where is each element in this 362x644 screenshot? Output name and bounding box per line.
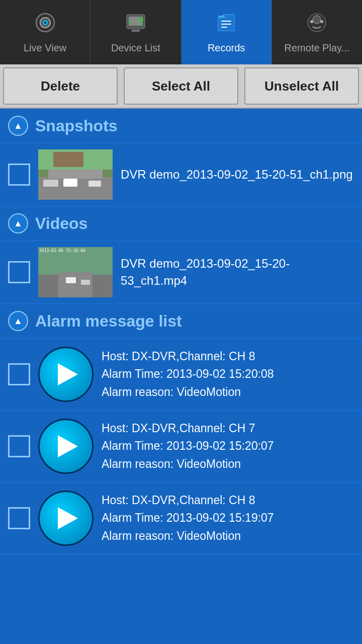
svg-point-16: [310, 20, 313, 23]
device-list-label: Device List: [111, 42, 160, 54]
svg-rect-21: [43, 180, 58, 187]
videos-section-header: ▲ Videos: [0, 206, 362, 241]
alarms-section-header: ▲ Alarm message list: [0, 304, 362, 339]
alarm-text-2: Host: DX-DVR,Channel: CH 8 Alarm Time: 2…: [102, 492, 354, 545]
svg-rect-23: [88, 181, 101, 187]
video-filename-0: DVR demo_2013-09-02_15-20-53_ch1.mp4: [121, 255, 354, 289]
nav-live-view[interactable]: Live View: [0, 0, 90, 64]
snapshots-title: Snapshots: [35, 117, 118, 135]
alarm-line2-0: Alarm Time: 2013-09-02 15:20:08: [102, 367, 274, 380]
videos-collapse-button[interactable]: ▲: [8, 213, 28, 233]
alarm-text-1: Host: DX-DVR,Channel: CH 7 Alarm Time: 2…: [102, 420, 354, 473]
records-label: Records: [208, 42, 245, 54]
svg-rect-25: [53, 152, 83, 167]
svg-rect-22: [63, 179, 77, 187]
snapshot-filename-0: DVR demo_2013-09-02_15-20-51_ch1.png: [121, 166, 354, 183]
svg-rect-13: [221, 27, 227, 28]
alarm-line3-0: Alarm reason: VideoMotion: [102, 385, 241, 398]
svg-text:2013-01-06 15:16:04: 2013-01-06 15:16:04: [39, 249, 85, 253]
alarm-line1-2: Host: DX-DVR,Channel: CH 8: [102, 494, 255, 507]
snapshots-section-header: ▲ Snapshots: [0, 109, 362, 143]
list-item: Host: DX-DVR,Channel: CH 8 Alarm Time: 2…: [0, 339, 362, 411]
content-area: ▲ Snapshots DVR: [0, 109, 362, 644]
svg-point-3: [44, 22, 46, 24]
nav-remote-play[interactable]: Remote Play...: [272, 0, 362, 64]
alarm-checkbox-2[interactable]: [8, 507, 30, 529]
alarm-play-button-1[interactable]: [38, 419, 94, 474]
video-checkbox-0[interactable]: [8, 261, 30, 283]
alarms-collapse-button[interactable]: ▲: [8, 311, 28, 331]
alarm-play-button-2[interactable]: [38, 491, 94, 546]
play-triangle-icon-0: [58, 363, 78, 385]
play-triangle-icon-1: [58, 435, 78, 457]
video-thumbnail-0: 2013-01-06 15:16:04: [38, 247, 113, 297]
svg-rect-30: [66, 277, 76, 283]
unselect-all-button[interactable]: Unselect All: [244, 67, 359, 105]
alarm-text-0: Host: DX-DVR,Channel: CH 8 Alarm Time: 2…: [102, 348, 354, 401]
live-view-icon: [33, 11, 57, 39]
alarm-line1-0: Host: DX-DVR,Channel: CH 8: [102, 350, 255, 363]
list-item: DVR demo_2013-09-02_15-20-51_ch1.png: [0, 143, 362, 206]
device-list-icon: ≡: [124, 11, 148, 39]
svg-rect-12: [221, 24, 231, 25]
alarm-checkbox-0[interactable]: [8, 363, 30, 385]
alarm-line1-1: Host: DX-DVR,Channel: CH 7: [102, 422, 255, 435]
videos-title: Videos: [35, 214, 87, 233]
alarm-line3-1: Alarm reason: VideoMotion: [102, 457, 241, 470]
play-triangle-icon-2: [58, 507, 78, 529]
svg-rect-31: [81, 280, 90, 285]
svg-point-15: [313, 16, 321, 24]
svg-text:≡: ≡: [128, 18, 132, 26]
svg-rect-6: [132, 30, 140, 32]
alarms-title: Alarm message list: [35, 312, 182, 331]
top-navigation: Live View ≡ Device List: [0, 0, 362, 64]
alarm-play-button-0[interactable]: [38, 347, 94, 402]
nav-records[interactable]: Records: [182, 0, 272, 64]
remote-play-label: Remote Play...: [285, 42, 350, 54]
delete-button[interactable]: Delete: [3, 67, 118, 105]
snapshot-checkbox-0[interactable]: [8, 164, 30, 186]
select-all-button[interactable]: Select All: [124, 67, 238, 105]
alarm-checkbox-1[interactable]: [8, 435, 30, 457]
svg-rect-20: [48, 170, 103, 179]
list-item: Host: DX-DVR,Channel: CH 7 Alarm Time: 2…: [0, 411, 362, 482]
alarm-line2-2: Alarm Time: 2013-09-02 15:19:07: [102, 511, 274, 524]
live-view-label: Live View: [24, 42, 66, 54]
snapshots-collapse-button[interactable]: ▲: [8, 116, 28, 136]
svg-rect-11: [221, 21, 231, 22]
alarm-line3-2: Alarm reason: VideoMotion: [102, 529, 241, 542]
alarm-line2-1: Alarm Time: 2013-09-02 15:20:07: [102, 439, 274, 452]
remote-play-icon: [305, 11, 329, 39]
records-icon: [214, 11, 238, 39]
action-bar: Delete Select All Unselect All: [0, 64, 362, 109]
list-item: 2013-01-06 15:16:04 DVR demo_2013-09-02_…: [0, 241, 362, 304]
list-item: Host: DX-DVR,Channel: CH 8 Alarm Time: 2…: [0, 482, 362, 554]
snapshot-thumbnail-0: [38, 149, 113, 200]
svg-point-8: [138, 17, 143, 22]
nav-device-list[interactable]: ≡ Device List: [90, 0, 181, 64]
svg-point-17: [320, 20, 323, 23]
